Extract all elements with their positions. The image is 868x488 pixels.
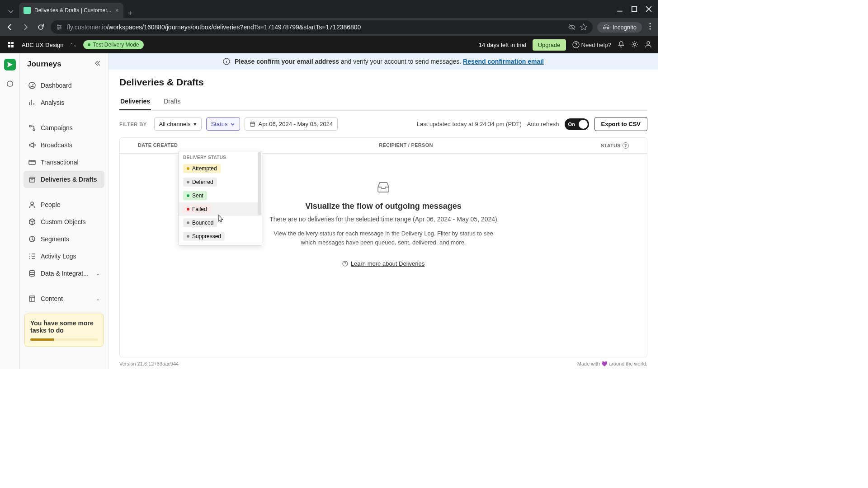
site-settings-icon[interactable] — [56, 24, 62, 30]
svg-point-1 — [57, 25, 59, 26]
workspace-name[interactable]: ABC UX Design — [22, 42, 63, 48]
sidebar-item-campaigns[interactable]: Campaigns — [24, 119, 104, 136]
sidebar-item-label: Broadcasts — [41, 141, 72, 149]
notifications-icon[interactable] — [618, 41, 625, 49]
sidebar-item-label: Campaigns — [41, 124, 73, 131]
sidebar-item-people[interactable]: People — [24, 196, 104, 213]
page-title: Deliveries & Drafts — [119, 77, 647, 88]
learn-more-link[interactable]: Learn more about Deliveries — [342, 260, 425, 267]
settings-icon[interactable] — [631, 41, 638, 49]
rail-journeys-icon[interactable] — [4, 59, 16, 70]
app-logo-icon[interactable] — [6, 40, 15, 49]
tab-favicon — [24, 7, 31, 14]
tab-search-button[interactable] — [5, 5, 17, 18]
help-icon[interactable]: Need help? — [572, 41, 612, 48]
status-option-suppressed[interactable]: Suppressed — [183, 232, 225, 241]
upgrade-button[interactable]: Upgrade — [533, 39, 566, 51]
calendar-icon — [250, 121, 255, 127]
svg-point-6 — [650, 28, 651, 30]
eye-blocked-icon[interactable] — [568, 23, 576, 31]
status-option-failed[interactable]: Failed — [183, 205, 211, 214]
bookmark-star-icon[interactable] — [580, 23, 587, 31]
sidebar-item-dashboard[interactable]: Dashboard — [24, 77, 104, 94]
help-circle-icon[interactable]: ? — [623, 142, 629, 149]
test-mode-badge[interactable]: Test Delivery Mode — [83, 40, 143, 49]
status-dot-icon — [187, 221, 189, 224]
forward-button[interactable] — [20, 22, 31, 33]
last-updated-text: Last updated today at 9:24:34 pm (PDT) — [417, 121, 522, 127]
empty-description: View the delivery status for each messag… — [266, 229, 501, 247]
export-csv-button[interactable]: Export to CSV — [594, 117, 647, 131]
dropdown-scrollbar[interactable] — [258, 152, 261, 215]
browser-tab-strip: Deliveries & Drafts | Customer... × + — [0, 0, 658, 18]
sidebar-item-transactional[interactable]: Transactional — [24, 154, 104, 171]
incognito-badge[interactable]: Incognito — [597, 22, 642, 33]
status-dot-icon — [187, 167, 189, 170]
sidebar-item-analysis[interactable]: Analysis — [24, 94, 104, 111]
dropdown-heading: DELIVERY STATUS — [179, 151, 262, 162]
minimize-icon[interactable] — [617, 6, 623, 12]
status-dot-icon — [187, 194, 189, 197]
svg-point-16 — [29, 271, 35, 273]
svg-point-3 — [58, 28, 59, 30]
inbox-icon — [376, 181, 391, 193]
svg-point-12 — [33, 129, 35, 131]
date-range-filter[interactable]: Apr 06, 2024 - May 05, 2024 — [245, 117, 338, 131]
resend-confirmation-link[interactable]: Resend confirmation email — [463, 58, 544, 65]
learn-more-text: Learn more about Deliveries — [351, 260, 425, 267]
info-icon — [223, 58, 230, 65]
reload-button[interactable] — [35, 22, 46, 33]
sidebar-item-label: Data & Integrat... — [41, 270, 89, 277]
confirm-email-banner: Please confirm your email address and ve… — [108, 53, 658, 70]
status-option-deferred[interactable]: Deferred — [183, 178, 217, 187]
banner-text: and verify your account to send messages… — [339, 58, 463, 65]
new-tab-button[interactable]: + — [123, 9, 137, 18]
workspace-chevron-icon[interactable]: ⌃⌄ — [70, 42, 77, 47]
status-option-sent[interactable]: Sent — [183, 191, 207, 200]
collapse-sidebar-icon[interactable] — [94, 60, 101, 68]
column-status[interactable]: STATUS? — [584, 142, 629, 149]
tab-close-icon[interactable]: × — [115, 7, 119, 14]
status-label: Deferred — [192, 179, 213, 185]
channels-filter[interactable]: All channels▾ — [154, 117, 202, 131]
sidebar-item-custom-objects[interactable]: Custom Objects — [24, 213, 104, 230]
maximize-icon[interactable] — [631, 6, 637, 12]
auto-refresh-toggle[interactable]: On — [565, 118, 589, 130]
column-date-created[interactable]: DATE CREATED — [138, 142, 228, 149]
chevron-down-icon: ⌄ — [96, 271, 100, 277]
address-bar[interactable]: fly.customer.io/workspaces/160880/journe… — [51, 20, 593, 34]
browser-tab[interactable]: Deliveries & Drafts | Customer... × — [19, 3, 123, 18]
svg-point-9 — [647, 42, 650, 44]
chevron-down-icon: ⌄ — [96, 296, 100, 302]
close-icon[interactable] — [646, 6, 652, 12]
column-recipient[interactable]: RECIPIENT / PERSON — [228, 142, 584, 149]
tab-deliveries[interactable]: Deliveries — [119, 94, 151, 110]
version-text: Version 21.6.12+33aac944 — [119, 361, 179, 367]
status-option-bounced[interactable]: Bounced — [183, 218, 217, 227]
rail-secondary-icon[interactable] — [4, 78, 16, 89]
status-dropdown: DELIVERY STATUS Attempted Deferred Sent … — [178, 151, 262, 246]
trial-text: 14 days left in trial — [479, 42, 526, 48]
sidebar-item-broadcasts[interactable]: Broadcasts — [24, 136, 104, 154]
url-text: fly.customer.io/workspaces/160880/journe… — [67, 23, 564, 31]
sidebar-item-deliveries[interactable]: Deliveries & Drafts — [24, 171, 104, 188]
profile-icon[interactable] — [645, 41, 652, 49]
sidebar-item-content[interactable]: Content⌄ — [24, 290, 104, 307]
sidebar-item-segments[interactable]: Segments — [24, 230, 104, 248]
tab-drafts[interactable]: Drafts — [163, 94, 181, 110]
browser-menu-icon[interactable] — [646, 23, 654, 32]
back-button[interactable] — [5, 22, 15, 33]
sidebar: Journeys Dashboard Analysis Campaigns Br… — [20, 53, 108, 369]
tasks-progress — [30, 338, 98, 341]
sidebar-item-label: Analysis — [41, 99, 64, 106]
status-filter[interactable]: Status — [206, 117, 241, 131]
status-option-attempted[interactable]: Attempted — [183, 164, 221, 173]
filter-by-label: FILTER BY — [119, 122, 147, 127]
status-dot-icon — [187, 235, 189, 238]
sidebar-item-data[interactable]: Data & Integrat...⌄ — [24, 265, 104, 282]
tasks-card[interactable]: You have some more tasks to do — [24, 314, 104, 347]
svg-point-2 — [60, 27, 61, 28]
sidebar-item-activity-logs[interactable]: Activity Logs — [24, 248, 104, 265]
sidebar-item-label: People — [41, 201, 61, 208]
sidebar-item-label: Segments — [41, 235, 69, 243]
